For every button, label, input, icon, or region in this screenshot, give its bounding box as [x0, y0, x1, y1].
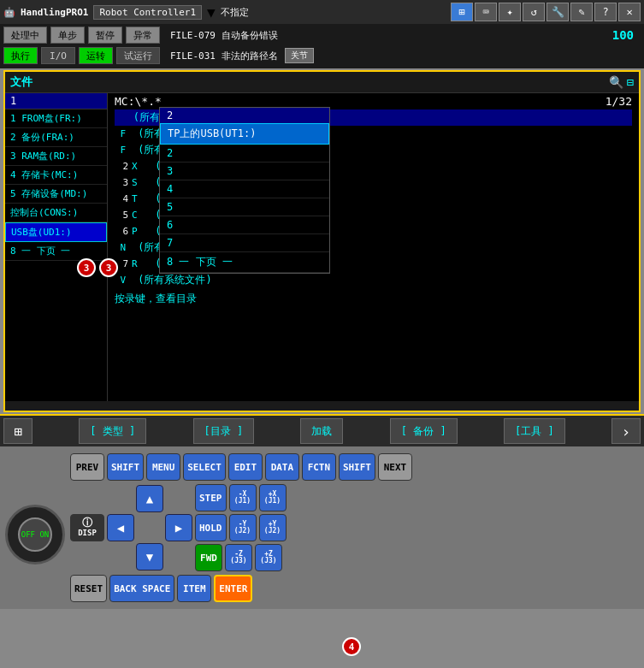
keyboard-icon-btn[interactable]: ⌨ [475, 3, 497, 21]
grid-menu-btn[interactable]: ⊞ [3, 418, 32, 444]
processing-btn[interactable]: 处理中 [3, 27, 47, 44]
next-key[interactable]: NEXT [378, 453, 412, 481]
dd-item-2[interactable]: 2 [160, 145, 329, 163]
left-arrow-key[interactable]: ◀ [107, 514, 134, 541]
app-logo: 🤖 [3, 7, 15, 18]
lm-ram[interactable]: 3 RAM盘(RD:) [5, 147, 107, 166]
lm-md[interactable]: 5 存储设备(MD:) [5, 185, 107, 204]
enter-key[interactable]: ENTER [214, 575, 252, 602]
menu-key[interactable]: MENU [146, 453, 180, 481]
prev-key[interactable]: PREV [70, 453, 104, 481]
file-error-2: FILE-031 非法的路径名 [170, 50, 278, 62]
refresh-icon-btn[interactable]: ↺ [523, 3, 545, 21]
backup-btn[interactable]: [ 备份 ] [390, 418, 458, 444]
pencil-icon-btn[interactable]: ✎ [570, 3, 593, 21]
empty-4 [107, 543, 134, 570]
shift-right-key[interactable]: SHIFT [339, 453, 375, 481]
top-bar: 🤖 HandlingPRO1 Robot Controller1 ▼ 不指定 ⊞… [0, 0, 644, 24]
keys-section: PREV SHIFT MENU SELECT EDIT DATA FCTN SH… [70, 453, 639, 602]
next-arrow-btn[interactable]: › [612, 418, 641, 444]
left-dial: OFF ON [5, 505, 65, 565]
grid-icon-btn[interactable]: ⊞ [451, 3, 473, 21]
pause-btn[interactable]: 暂停 [88, 27, 122, 44]
up-arrow-key[interactable]: ▲ [136, 485, 163, 512]
io-btn[interactable]: I/O [41, 47, 75, 64]
neg-y-j2-key[interactable]: -Y(J2) [229, 514, 257, 541]
status-bar: 处理中 单步 暂停 异常 FILE-079 自动备份错误 100 执行 I/O … [0, 24, 644, 68]
panel-title: 文件 [10, 74, 32, 90]
dd-item-5[interactable]: 5 [160, 198, 329, 216]
step-key[interactable]: STEP [195, 484, 227, 511]
count-text: 1/32 [606, 95, 632, 108]
reset-key[interactable]: RESET [70, 575, 107, 602]
error-btn[interactable]: 异常 [126, 27, 160, 44]
dd-item-3[interactable]: 3 [160, 163, 329, 180]
dd-item-usb-tp[interactable]: TP上的USB(UT1:) [160, 123, 329, 145]
right-key-group: STEP -X(J1) +X(J1) HOLD -Y(J2) +Y(J2) [195, 484, 287, 571]
load-btn[interactable]: 加载 [300, 418, 343, 444]
neg-x-j1-key[interactable]: -X(J1) [229, 484, 257, 511]
right-arrow-key[interactable]: ▶ [165, 514, 192, 541]
pos-y-j2-key[interactable]: +Y(J2) [259, 514, 287, 541]
settings-icon-btn[interactable]: ✦ [499, 3, 521, 21]
lm-cons[interactable]: 控制台(CONS:) [5, 204, 107, 222]
shift-left-key[interactable]: SHIFT [107, 453, 144, 481]
select-key[interactable]: SELECT [183, 453, 226, 481]
counter-display: 100 [598, 28, 641, 42]
tool-icon-btn[interactable]: 🔧 [547, 3, 569, 21]
dd-item-4[interactable]: 4 [160, 180, 329, 198]
backspace-key[interactable]: BACK SPACE [109, 575, 174, 602]
right-row-3: FWD -Z(J3) +Z(J3) [195, 544, 287, 571]
tool-btn[interactable]: [工具 ] [504, 418, 565, 444]
controller-selector[interactable]: Robot Controller1 [93, 5, 202, 20]
disp-key[interactable]: ⓘ DISP [70, 514, 104, 541]
dd-item-6[interactable]: 6 [160, 216, 329, 234]
pos-z-j3-key[interactable]: +Z(J3) [255, 544, 282, 571]
empty-2 [165, 485, 192, 512]
down-arrow-key[interactable]: ▼ [136, 543, 163, 570]
neg-z-j3-key[interactable]: -Z(J3) [225, 544, 252, 571]
top-bar-icons: ⊞ ⌨ ✦ ↺ 🔧 ✎ ? ✕ [451, 3, 641, 21]
lm-next-page[interactable]: 8 一 下页 一 [5, 242, 107, 261]
dir-btn[interactable]: [目录 ] [193, 418, 255, 444]
test-run-btn[interactable]: 试运行 [116, 47, 160, 64]
dd-item-next[interactable]: 8 一 下页 一 [160, 252, 329, 273]
key-row-3: RESET BACK SPACE ITEM ENTER [70, 575, 639, 602]
lm-usb[interactable]: USB盘(UD1:) [5, 222, 107, 242]
lm-from[interactable]: 1 FROM盘(FR:) [5, 109, 107, 128]
dropdown-header-num: 2 [167, 109, 173, 121]
layout-icon[interactable]: ⊟ [627, 75, 634, 89]
hold-key[interactable]: HOLD [195, 514, 227, 541]
execute-btn[interactable]: 执行 [3, 47, 38, 64]
fctn-key[interactable]: FCTN [302, 453, 336, 481]
key-row-1: PREV SHIFT MENU SELECT EDIT DATA FCTN SH… [70, 453, 639, 481]
item-key[interactable]: ITEM [177, 575, 211, 602]
file-row-sys[interactable]: V (所有系统文件) [115, 272, 632, 288]
unspec-label[interactable]: 不指定 [221, 6, 249, 19]
right-row-2: HOLD -Y(J2) +Y(J2) [195, 514, 287, 541]
close-icon-btn[interactable]: ✕ [618, 3, 641, 21]
close-joint-btn[interactable]: 关节 [285, 48, 314, 63]
help-icon-btn[interactable]: ? [594, 3, 617, 21]
dial-inner: OFF ON [18, 517, 52, 552]
lm-backup[interactable]: 2 备份(FRA:) [5, 128, 107, 147]
running-btn[interactable]: 运转 [79, 47, 113, 64]
pos-x-j1-key[interactable]: +X(J1) [259, 484, 287, 511]
left-menu: 1 1 FROM盘(FR:) 2 备份(FRA:) 3 RAM盘(RD:) 4 … [5, 93, 108, 401]
type-btn[interactable]: [ 类型 ] [79, 418, 146, 444]
data-key[interactable]: DATA [265, 453, 299, 481]
lm-mc[interactable]: 4 存储卡(MC:) [5, 166, 107, 185]
edit-key[interactable]: EDIT [228, 453, 263, 481]
zoom-icon[interactable]: 🔍 [609, 75, 623, 89]
single-step-btn[interactable]: 单步 [50, 27, 85, 44]
dropdown-overlay: 2 TP上的USB(UT1:) 2 3 4 5 6 7 8 一 下页 一 [159, 107, 330, 274]
empty-5 [165, 543, 192, 570]
left-menu-header: 1 [5, 93, 107, 109]
tip-text: 按录键，查看目录 [108, 288, 639, 310]
panel-icons: 🔍 ⊟ [609, 75, 634, 89]
dropdown-header: 2 [160, 108, 329, 123]
right-row-1: STEP -X(J1) +X(J1) [195, 484, 287, 511]
dd-item-7[interactable]: 7 [160, 234, 329, 252]
keyboard-area: OFF ON PREV SHIFT MENU SELECT EDIT DATA … [0, 446, 644, 609]
fwd-key[interactable]: FWD [195, 544, 222, 571]
